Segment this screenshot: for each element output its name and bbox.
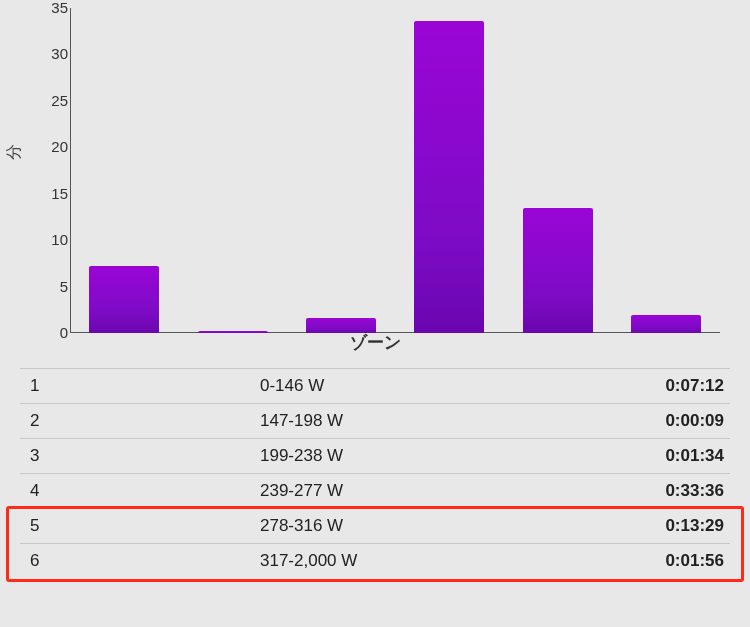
cell-zone: 5: [20, 516, 260, 536]
table-row: 6317-2,000 W0:01:56: [20, 543, 730, 578]
cell-zone: 3: [20, 446, 260, 466]
plot-area: [70, 8, 720, 333]
table-row: 2147-198 W0:00:09: [20, 403, 730, 438]
table-row: 10-146 W0:07:12: [20, 368, 730, 403]
x-axis-label: ゾーン: [0, 331, 750, 354]
y-tick-label: 25: [40, 95, 68, 107]
y-tick-label: 10: [40, 234, 68, 246]
y-axis-ticks: 05101520253035: [40, 8, 68, 333]
cell-range: 317-2,000 W: [260, 551, 614, 571]
table-row: 5278-316 W0:13:29: [20, 508, 730, 543]
cell-time: 0:13:29: [614, 516, 730, 536]
cell-time: 0:00:09: [614, 411, 730, 431]
y-tick-label: 30: [40, 48, 68, 60]
bar-zone-5: [523, 208, 593, 333]
y-tick-label: 5: [40, 281, 68, 293]
cell-time: 0:01:56: [614, 551, 730, 571]
cell-range: 278-316 W: [260, 516, 614, 536]
cell-zone: 6: [20, 551, 260, 571]
table-row: 4239-277 W0:33:36: [20, 473, 730, 508]
cell-range: 239-277 W: [260, 481, 614, 501]
bar-zone-4: [414, 21, 484, 333]
cell-zone: 1: [20, 376, 260, 396]
y-axis-label: 分: [4, 144, 25, 160]
zone-table: 10-146 W0:07:122147-198 W0:00:093199-238…: [20, 368, 730, 578]
zone-bar-chart: 分 05101520253035 ゾーン: [0, 0, 750, 360]
cell-zone: 4: [20, 481, 260, 501]
y-tick-label: 35: [40, 2, 68, 14]
cell-zone: 2: [20, 411, 260, 431]
bar-zone-1: [89, 266, 159, 333]
bars-container: [70, 8, 720, 333]
cell-range: 0-146 W: [260, 376, 614, 396]
table-row: 3199-238 W0:01:34: [20, 438, 730, 473]
cell-time: 0:01:34: [614, 446, 730, 466]
y-tick-label: 20: [40, 141, 68, 153]
cell-time: 0:07:12: [614, 376, 730, 396]
cell-range: 147-198 W: [260, 411, 614, 431]
cell-time: 0:33:36: [614, 481, 730, 501]
cell-range: 199-238 W: [260, 446, 614, 466]
y-tick-label: 15: [40, 188, 68, 200]
